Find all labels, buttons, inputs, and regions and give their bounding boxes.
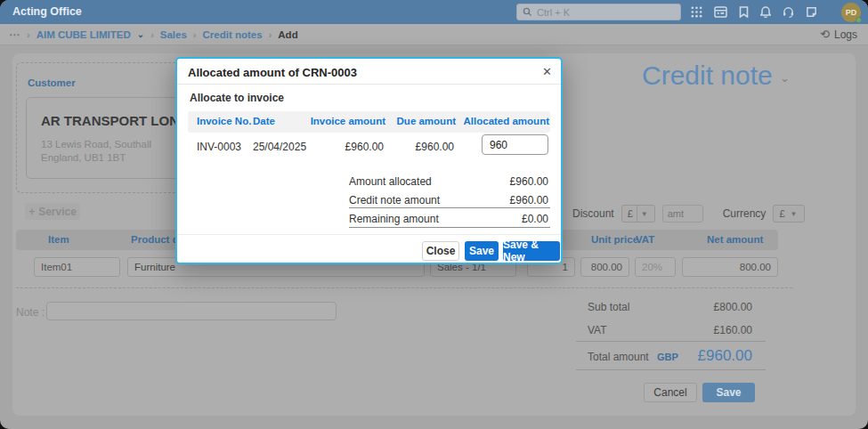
breadcrumb-separator-icon: › <box>27 29 30 40</box>
vat-rate-input[interactable]: 20% <box>635 257 676 277</box>
col-allocated-amount: Allocated amount <box>464 116 549 126</box>
due-amount-value: £960.00 <box>416 141 454 153</box>
chevron-down-icon: ▼ <box>641 210 652 218</box>
currency-value: £ <box>779 208 784 219</box>
breadcrumb-separator-icon: › <box>269 29 272 40</box>
breadcrumb-separator-icon: › <box>193 29 197 40</box>
total-amount-label: Total amount <box>588 351 649 363</box>
col-net-amount: Net amount <box>707 234 763 245</box>
total-amount-value: £960.00 <box>645 347 752 365</box>
search-placeholder: Ctrl + K <box>537 7 570 18</box>
breadcrumb-sales[interactable]: Sales <box>160 29 187 40</box>
unit-price-input[interactable]: 800.00 <box>580 257 629 277</box>
add-service-button[interactable]: + Service <box>25 203 80 220</box>
bookmark-icon[interactable] <box>739 6 749 18</box>
breadcrumb-more-button[interactable]: ⋯ <box>9 28 20 41</box>
vat-total-value: £160.00 <box>663 324 752 336</box>
date-value: 25/04/2025 <box>253 141 306 153</box>
chevron-down-icon: ▼ <box>791 210 801 218</box>
discount-amount-input[interactable] <box>662 205 703 223</box>
user-avatar[interactable]: PD <box>841 3 861 22</box>
modal-close-button[interactable]: Close <box>422 241 459 261</box>
currency-label: Currency <box>723 207 767 220</box>
col-invoice-amount: Invoice amount <box>311 116 385 126</box>
calculator-icon[interactable] <box>714 6 727 18</box>
save-label: Save <box>716 386 741 399</box>
breadcrumb-add: Add <box>278 29 297 40</box>
modal-footer-divider <box>177 234 561 235</box>
col-item: Item <box>48 234 69 245</box>
col-due-amount: Due amount <box>397 116 456 126</box>
summary-divider-top <box>349 207 550 208</box>
discount-unit-select[interactable]: £ ▼ <box>621 205 655 223</box>
avatar-initials: PD <box>846 8 857 17</box>
sub-total-label: Sub total <box>588 301 629 313</box>
item-code-input[interactable]: Item01 <box>34 257 120 277</box>
top-bar: Acting Office Ctrl + K PD <box>0 0 868 24</box>
quantity-value: 1 <box>563 262 568 272</box>
close-icon[interactable]: ✕ <box>542 65 552 78</box>
service-label: Service <box>38 206 77 218</box>
product-description-value: Furniture <box>134 262 175 272</box>
credit-note-amount-label: Credit note amount <box>349 194 440 206</box>
item-code-value: Item01 <box>41 262 72 272</box>
logs-label: Logs <box>834 28 857 41</box>
invoice-amount-value: £960.00 <box>345 141 384 153</box>
online-status-dot <box>856 17 862 23</box>
amount-allocated-value: £960.00 <box>468 175 548 188</box>
title-chevron-down-icon: ⌄ <box>780 71 790 85</box>
select-divider <box>637 206 637 222</box>
save-button[interactable]: Save <box>702 383 755 402</box>
cancel-label: Cancel <box>653 386 686 399</box>
logs-button[interactable]: ⟲ Logs <box>820 28 857 41</box>
apps-grid-icon[interactable] <box>691 6 702 18</box>
totals-divider <box>576 341 766 342</box>
customer-section-label: Customer <box>28 77 76 88</box>
note-input[interactable] <box>46 302 337 320</box>
company-chevron-down-icon[interactable]: ⌄ <box>137 29 144 39</box>
breadcrumb: ⋯ › AIM CUBE LIMITED ⌄ › Sales › Credit … <box>0 24 868 45</box>
amount-allocated-label: Amount allocated <box>349 175 432 188</box>
modal-save-button[interactable]: Save <box>465 241 499 261</box>
remaining-amount-label: Remaining amount <box>349 213 439 225</box>
discount-unit-value: £ <box>628 208 633 219</box>
currency-select[interactable]: £ ▼ <box>773 205 805 223</box>
search-icon <box>523 7 532 17</box>
modal-save-new-label: Save & New <box>503 239 560 263</box>
breadcrumb-separator-icon: › <box>150 29 154 40</box>
col-unit-price: Unit price <box>591 234 638 245</box>
notifications-bell-icon[interactable] <box>760 6 771 18</box>
breadcrumb-credit-notes[interactable]: Credit notes <box>203 29 263 40</box>
credit-note-title[interactable]: Credit note ⌄ <box>564 61 867 91</box>
col-invoice-no: Invoice No. <box>197 116 251 126</box>
net-amount-value: 800.00 <box>740 262 771 272</box>
net-amount-input[interactable]: 800.00 <box>682 257 778 277</box>
modal-header-divider <box>177 84 561 85</box>
unit-price-value: 800.00 <box>591 262 622 272</box>
summary-divider-bottom <box>349 227 550 228</box>
totals-divider-bottom <box>576 369 766 370</box>
plus-icon: + <box>28 206 35 218</box>
modal-title: Allocated amount of CRN-0003 <box>188 66 357 79</box>
invoice-no-value: INV-0003 <box>197 141 241 153</box>
note-label: Note : <box>16 306 45 319</box>
app-window: Acting Office Ctrl + K PD ⋯ › AIM CUBE L… <box>0 0 868 429</box>
cancel-button[interactable]: Cancel <box>644 383 697 402</box>
col-vat: VAT <box>636 234 654 245</box>
sub-total-value: £800.00 <box>663 301 752 313</box>
customer-address-line2: England, UB1 1BT <box>41 152 126 163</box>
customer-address-line1: 13 Lewis Road, Southall <box>41 139 151 150</box>
allocated-amount-input[interactable] <box>482 134 548 155</box>
vat-total-label: VAT <box>588 324 607 336</box>
history-icon: ⟲ <box>820 28 830 41</box>
discount-label: Discount <box>572 207 614 220</box>
allocate-section-label: Allocate to invoice <box>190 92 284 104</box>
remaining-amount-value: £0.00 <box>468 213 548 225</box>
global-search[interactable]: Ctrl + K <box>516 4 681 20</box>
modal-save-new-button[interactable]: Save & New <box>503 241 560 261</box>
breadcrumb-company[interactable]: AIM CUBE LIMITED <box>37 29 131 40</box>
modal-save-label: Save <box>469 245 494 257</box>
notes-icon[interactable] <box>806 6 817 18</box>
col-date: Date <box>253 116 275 126</box>
support-headset-icon[interactable] <box>783 6 794 18</box>
